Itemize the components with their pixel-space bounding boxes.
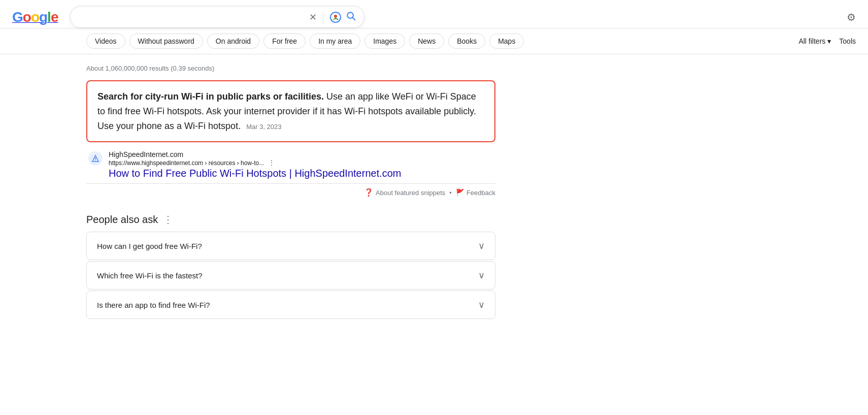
paa-item-1[interactable]: How can I get good free Wi-Fi? ∨	[86, 232, 495, 260]
site-icon	[91, 154, 99, 163]
paa-question-3: Is there an app to find free Wi-Fi?	[97, 301, 210, 309]
tab-for-free[interactable]: For free	[263, 34, 306, 49]
paa-header: People also ask ⋮	[86, 213, 495, 226]
tab-books[interactable]: Books	[448, 34, 485, 49]
tools-label: Tools	[839, 37, 856, 45]
result-stats: About 1,060,000,000 results (0.39 second…	[86, 65, 495, 72]
filter-right-controls: All filters ▾ Tools	[798, 37, 856, 45]
tab-without-password[interactable]: Without password	[129, 34, 203, 49]
search-input[interactable]: how to finding the best free wifi	[79, 13, 305, 22]
source-url: https://www.highspeedinternet.com › reso…	[109, 159, 264, 167]
source-result: HighSpeedInternet.com https://www.highsp…	[86, 150, 495, 179]
lens-search-button[interactable]	[329, 11, 342, 23]
search-submit-icon	[346, 11, 356, 23]
about-snippets-bar: ❓ About featured snippets • 🚩 Feedback	[86, 183, 495, 201]
tab-on-android[interactable]: On android	[207, 34, 259, 49]
source-options-icon[interactable]: ⋮	[268, 158, 275, 167]
feedback-link[interactable]: 🚩 Feedback	[456, 188, 495, 197]
paa-chevron-1: ∨	[478, 240, 485, 251]
clear-icon[interactable]: ✕	[309, 12, 317, 23]
source-name: HighSpeedInternet.com	[109, 150, 495, 158]
about-snippets-label: About featured snippets	[376, 189, 445, 197]
snippet-date: Mar 3, 2023	[246, 123, 281, 131]
tab-maps[interactable]: Maps	[489, 34, 524, 49]
source-favicon	[88, 151, 103, 166]
result-link[interactable]: How to Find Free Public Wi-Fi Hotspots |…	[109, 168, 495, 179]
paa-question-1: How can I get good free Wi-Fi?	[97, 242, 202, 250]
snippet-text: Search for city-run Wi-Fi in public park…	[97, 89, 484, 133]
search-bar: how to finding the best free wifi ✕	[70, 6, 364, 28]
settings-icon: ⚙	[847, 12, 856, 23]
paa-chevron-2: ∨	[478, 270, 485, 281]
feedback-label: Feedback	[466, 189, 495, 197]
tools-button[interactable]: Tools	[839, 37, 856, 45]
paa-heading: People also ask	[86, 214, 158, 226]
header: Google how to finding the best free wifi…	[0, 0, 868, 28]
paa-chevron-3: ∨	[478, 299, 485, 310]
feedback-icon: 🚩	[456, 188, 464, 197]
filter-tabs: Videos Without password On android For f…	[0, 28, 868, 54]
search-divider	[323, 11, 323, 23]
tab-videos[interactable]: Videos	[86, 34, 125, 49]
svg-point-3	[337, 18, 339, 20]
svg-line-5	[353, 18, 355, 20]
search-submit-button[interactable]	[346, 11, 356, 23]
featured-snippet: Search for city-run Wi-Fi in public park…	[86, 80, 495, 142]
tab-news[interactable]: News	[409, 34, 444, 49]
people-also-ask-section: People also ask ⋮ How can I get good fre…	[86, 213, 495, 319]
main-content: About 1,060,000,000 results (0.39 second…	[0, 54, 508, 330]
svg-point-2	[333, 18, 335, 20]
lens-icon	[329, 11, 342, 23]
svg-point-1	[334, 15, 337, 18]
tab-in-my-area[interactable]: In my area	[310, 34, 360, 49]
paa-item-2[interactable]: Which free Wi-Fi is the fastest? ∨	[86, 261, 495, 290]
about-snippets-link[interactable]: ❓ About featured snippets	[364, 188, 445, 197]
snippet-text-bold: Search for city-run Wi-Fi in public park…	[97, 91, 324, 102]
all-filters-label: All filters	[798, 37, 825, 45]
tab-images[interactable]: Images	[364, 34, 405, 49]
all-filters-button[interactable]: All filters ▾	[798, 37, 831, 45]
google-logo[interactable]: Google	[12, 9, 62, 25]
svg-point-8	[95, 160, 95, 161]
chevron-down-icon: ▾	[827, 37, 831, 45]
source-info: HighSpeedInternet.com https://www.highsp…	[109, 150, 495, 179]
paa-item-3[interactable]: Is there an app to find free Wi-Fi? ∨	[86, 291, 495, 319]
dot-separator: •	[449, 189, 452, 197]
question-circle-icon: ❓	[364, 188, 374, 197]
settings-button[interactable]: ⚙	[847, 11, 856, 23]
paa-question-2: Which free Wi-Fi is the fastest?	[97, 271, 203, 280]
paa-options-icon[interactable]: ⋮	[163, 213, 173, 226]
